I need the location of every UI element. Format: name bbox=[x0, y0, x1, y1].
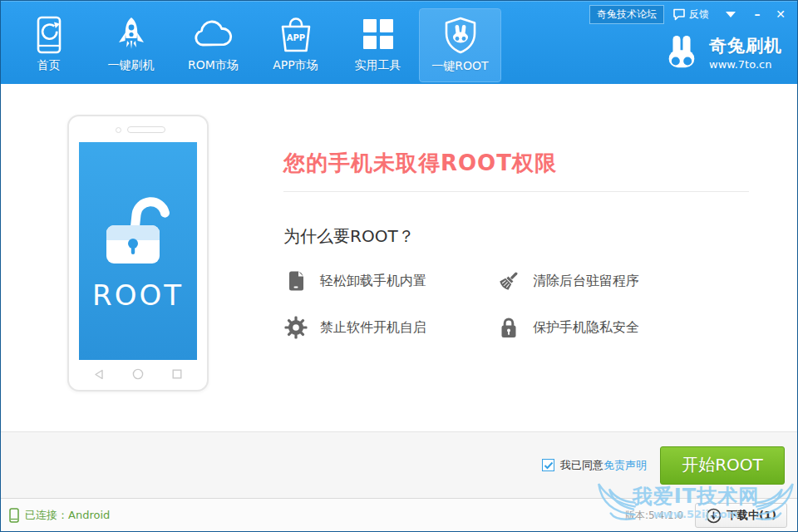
phone-screen: ROOT bbox=[79, 142, 197, 360]
tab-app-market[interactable]: APP APP市场 bbox=[254, 8, 337, 82]
cloud-icon bbox=[192, 15, 235, 55]
brand-url: www.7to.cn bbox=[709, 58, 782, 71]
download-label: 下载中(1) bbox=[727, 508, 776, 523]
root-info-panel: 您的手机未取得ROOT权限 为什么要ROOT？ 轻松卸载手机内置 bbox=[283, 84, 749, 339]
start-root-button[interactable]: 开始ROOT bbox=[660, 446, 785, 485]
status-right: 版本:5.4.1.0 下载中(1) bbox=[625, 503, 787, 528]
version-text: 版本:5.4.1.0 bbox=[625, 509, 683, 523]
tab-one-key-root-label: 一键ROOT bbox=[431, 59, 488, 74]
divider bbox=[283, 191, 749, 192]
tab-app-market-label: APP市场 bbox=[273, 58, 318, 73]
grid-icon bbox=[361, 15, 396, 55]
feature-privacy-label: 保护手机隐私安全 bbox=[533, 319, 639, 337]
svg-text:APP: APP bbox=[286, 33, 304, 42]
feature-clean: 清除后台驻留程序 bbox=[496, 269, 749, 293]
main-nav: 首页 一键刷机 bbox=[7, 8, 501, 82]
unlock-icon bbox=[98, 190, 178, 267]
disclaimer-link[interactable]: 免责声明 bbox=[603, 458, 647, 473]
recents-square-icon bbox=[172, 369, 182, 379]
feedback-label: 反馈 bbox=[689, 7, 709, 22]
footer-bar: 我已同意 免责声明 开始ROOT bbox=[1, 431, 797, 498]
agree-checkbox[interactable] bbox=[542, 459, 554, 471]
brush-icon bbox=[496, 269, 521, 293]
uninstall-phone-icon bbox=[283, 269, 308, 293]
feature-privacy: 保护手机隐私安全 bbox=[496, 316, 749, 339]
page-title: 您的手机未取得ROOT权限 bbox=[283, 149, 749, 178]
tab-one-key-flash[interactable]: 一键刷机 bbox=[90, 8, 172, 82]
tab-one-key-root[interactable]: 一键ROOT bbox=[419, 8, 501, 82]
phone-illustration: ROOT bbox=[67, 115, 209, 392]
status-bar: 已连接：Android 版本:5.4.1.0 下载中(1) bbox=[1, 498, 797, 532]
forum-link[interactable]: 奇兔技术论坛 bbox=[589, 5, 664, 24]
agree-text: 我已同意 bbox=[560, 458, 603, 473]
topbar: 奇兔技术论坛 反馈 – ✕ bbox=[589, 5, 792, 23]
feature-uninstall: 轻松卸载手机内置 bbox=[283, 269, 496, 293]
main-content: ROOT 您的手机未取得ROOT权限 为什么要ROOT？ bbox=[1, 84, 797, 431]
phone-root-label: ROOT bbox=[92, 278, 184, 312]
tab-one-key-flash-label: 一键刷机 bbox=[108, 58, 155, 73]
feature-list: 轻松卸载手机内置 bbox=[283, 269, 749, 339]
connection-status: 已连接：Android bbox=[9, 508, 110, 523]
menu-caret-icon[interactable] bbox=[726, 12, 736, 17]
header: 首页 一键刷机 bbox=[1, 1, 797, 84]
tab-rom-market-label: ROM市场 bbox=[188, 58, 239, 73]
shield-rabbit-icon bbox=[441, 16, 480, 56]
home-circle-icon bbox=[132, 368, 144, 380]
home-refresh-icon bbox=[31, 15, 67, 55]
feature-autostart: 禁止软件开机自启 bbox=[283, 316, 496, 339]
app-window: 首页 一键刷机 bbox=[0, 0, 798, 532]
phone-nav-buttons bbox=[69, 368, 207, 380]
phone-camera-icon bbox=[116, 127, 121, 133]
tab-rom-market[interactable]: ROM市场 bbox=[172, 8, 254, 82]
connected-phone-icon bbox=[9, 508, 19, 523]
tab-home-label: 首页 bbox=[37, 58, 61, 73]
connection-text: 已连接：Android bbox=[25, 508, 110, 523]
brand-name: 奇兔刷机 bbox=[709, 34, 782, 57]
minimize-button[interactable]: – bbox=[746, 5, 769, 23]
tab-tools-label: 实用工具 bbox=[355, 58, 401, 73]
brand: 奇兔刷机 www.7to.cn bbox=[663, 34, 782, 71]
feature-uninstall-label: 轻松卸载手机内置 bbox=[320, 273, 426, 290]
app-bag-icon: APP bbox=[277, 15, 315, 55]
tab-tools[interactable]: 实用工具 bbox=[337, 8, 419, 82]
rocket-icon bbox=[113, 15, 150, 55]
phone-speaker-icon bbox=[127, 126, 165, 133]
agree-row: 我已同意 免责声明 bbox=[542, 458, 647, 473]
download-icon bbox=[706, 508, 722, 524]
rabbit-logo-icon bbox=[663, 34, 701, 71]
feature-autostart-label: 禁止软件开机自启 bbox=[320, 319, 426, 337]
back-triangle-icon bbox=[94, 369, 104, 380]
why-root-heading: 为什么要ROOT？ bbox=[283, 225, 749, 248]
close-button[interactable]: ✕ bbox=[769, 5, 792, 23]
tab-home[interactable]: 首页 bbox=[7, 8, 90, 82]
feedback-link[interactable]: 反馈 bbox=[672, 7, 709, 22]
feature-clean-label: 清除后台驻留程序 bbox=[533, 273, 639, 290]
download-button[interactable]: 下载中(1) bbox=[695, 503, 787, 528]
gear-icon bbox=[283, 316, 308, 339]
check-icon bbox=[544, 461, 554, 470]
speech-bubble-icon bbox=[672, 8, 686, 21]
lock-icon bbox=[496, 316, 521, 339]
